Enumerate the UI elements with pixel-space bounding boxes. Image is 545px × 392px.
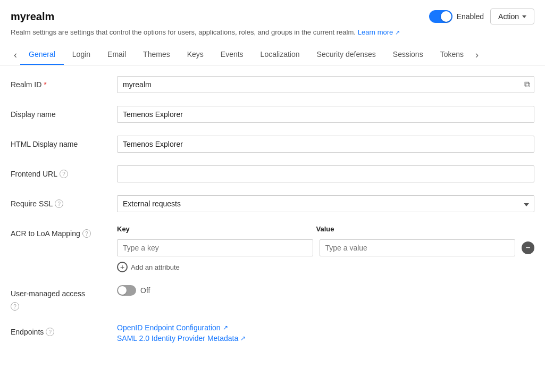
user-managed-access-toggle[interactable] (117, 285, 136, 296)
endpoints-links-wrap: OpenID Endpoint Configuration ↗ SAML 2.0… (117, 323, 534, 343)
add-circle-icon: + (117, 262, 128, 272)
form-area: Realm ID * ⧉ Display name HTML Display n… (0, 65, 545, 366)
saml-external-icon: ↗ (240, 335, 246, 342)
saml-endpoint-link[interactable]: SAML 2.0 Identity Provider Metadata ↗ (117, 334, 534, 343)
acr-loa-help-icon[interactable]: ? (82, 229, 91, 238)
display-name-label: Display name (11, 106, 117, 119)
require-ssl-row: Require SSL ? None External requests All… (11, 195, 534, 212)
action-label: Action (498, 12, 519, 21)
realm-title: myrealm (11, 11, 54, 23)
enabled-toggle[interactable] (429, 10, 452, 23)
frontend-url-row: Frontend URL ? (11, 165, 534, 182)
acr-input-row: − (117, 239, 534, 256)
user-managed-access-control: Off (117, 285, 534, 296)
toggle-small-knob (118, 286, 127, 295)
html-display-name-input-wrap (117, 136, 534, 153)
acr-key-input[interactable] (117, 239, 313, 256)
tab-security-defenses[interactable]: Security defenses (308, 45, 384, 65)
tab-keys[interactable]: Keys (179, 45, 212, 65)
html-display-name-row: HTML Display name (11, 136, 534, 153)
require-ssl-select[interactable]: None External requests All requests (117, 195, 534, 212)
endpoints-links: OpenID Endpoint Configuration ↗ SAML 2.0… (117, 323, 534, 343)
saml-endpoint-label: SAML 2.0 Identity Provider Metadata (117, 334, 238, 343)
endpoints-label: Endpoints ? (11, 323, 117, 336)
learn-more-link[interactable]: Learn more ↗ (358, 28, 400, 36)
frontend-url-label: Frontend URL ? (11, 165, 117, 178)
user-managed-access-toggle-row: Off (117, 285, 534, 296)
learn-more-label: Learn more (358, 28, 393, 36)
realm-id-input-wrap: ⧉ (117, 76, 534, 93)
user-managed-access-help-icon[interactable]: ? (11, 302, 19, 311)
acr-key-header: Key (117, 225, 316, 235)
tab-general[interactable]: General (20, 45, 64, 65)
subtitle-text: Realm settings are settings that control… (11, 28, 356, 36)
tab-login[interactable]: Login (64, 45, 99, 65)
add-attribute-button[interactable]: + Add an attribute (117, 262, 534, 272)
openid-endpoint-link[interactable]: OpenID Endpoint Configuration ↗ (117, 323, 534, 332)
tab-localization[interactable]: Localization (252, 45, 308, 65)
realm-id-label: Realm ID * (11, 76, 117, 89)
user-managed-access-label-wrap: User-managed access ? (11, 285, 117, 311)
frontend-url-input-wrap (117, 165, 534, 182)
user-managed-access-off-label: Off (140, 286, 150, 295)
copy-icon[interactable]: ⧉ (524, 80, 530, 89)
acr-loa-mapping-row: ACR to LoA Mapping ? Key Value − + Add a… (11, 225, 534, 272)
enabled-label: Enabled (457, 12, 484, 21)
openid-endpoint-label: OpenID Endpoint Configuration (117, 323, 221, 332)
html-display-name-input[interactable] (117, 136, 534, 153)
frontend-url-help-icon[interactable]: ? (60, 170, 68, 178)
tab-tokens[interactable]: Tokens (432, 45, 472, 65)
acr-value-input[interactable] (320, 239, 516, 256)
tab-themes[interactable]: Themes (135, 45, 179, 65)
acr-loa-content: Key Value − + Add an attribute (117, 225, 534, 272)
realm-id-input[interactable] (117, 76, 534, 93)
header-controls: Enabled Action (429, 9, 534, 24)
acr-loa-label: ACR to LoA Mapping ? (11, 225, 117, 238)
display-name-input[interactable] (117, 106, 534, 123)
endpoints-row: Endpoints ? OpenID Endpoint Configuratio… (11, 323, 534, 343)
chevron-down-icon (522, 15, 526, 18)
user-managed-access-row: User-managed access ? Off (11, 285, 534, 311)
require-ssl-help-icon[interactable]: ? (55, 199, 63, 208)
html-display-name-label: HTML Display name (11, 136, 117, 148)
openid-external-icon: ↗ (223, 324, 228, 331)
frontend-url-input[interactable] (117, 165, 534, 182)
add-attribute-label: Add an attribute (131, 263, 180, 271)
tab-events[interactable]: Events (212, 45, 252, 65)
external-link-icon: ↗ (395, 29, 400, 36)
display-name-input-wrap (117, 106, 534, 123)
minus-icon: − (525, 244, 530, 252)
require-ssl-label: Require SSL ? (11, 195, 117, 208)
tab-bar: ‹ General Login Email Themes Keys Events… (0, 45, 545, 65)
endpoints-help-icon[interactable]: ? (46, 328, 54, 336)
page-header: myrealm Enabled Action Realm settings ar… (0, 0, 545, 40)
enabled-toggle-wrapper: Enabled (429, 10, 484, 23)
realm-id-row: Realm ID * ⧉ (11, 76, 534, 93)
toggle-knob (441, 11, 451, 22)
tab-email[interactable]: Email (99, 45, 135, 65)
acr-column-headers: Key Value (117, 225, 534, 235)
subtitle-row: Realm settings are settings that control… (11, 28, 534, 36)
tab-next-button[interactable]: › (472, 45, 482, 65)
acr-value-header: Value (316, 225, 516, 235)
tab-prev-button[interactable]: ‹ (11, 45, 20, 65)
acr-remove-button[interactable]: − (522, 241, 534, 254)
required-indicator: * (44, 80, 46, 89)
action-button[interactable]: Action (490, 9, 534, 24)
display-name-row: Display name (11, 106, 534, 123)
require-ssl-select-wrap: None External requests All requests (117, 195, 534, 212)
tab-sessions[interactable]: Sessions (384, 45, 432, 65)
